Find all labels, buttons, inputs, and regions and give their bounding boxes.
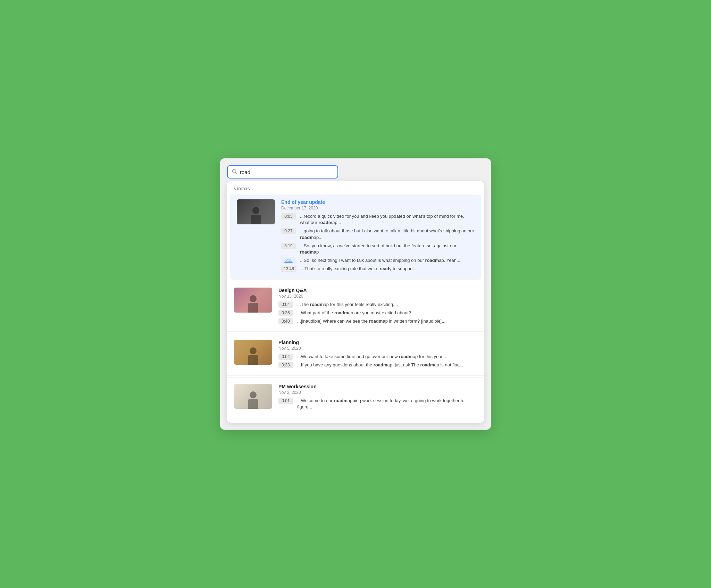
transcript-row[interactable]: 0:01 ...Welcome to our roadmapping work … xyxy=(278,398,477,410)
transcript-row[interactable]: 13:48 ...That's a really exciting role t… xyxy=(281,266,474,272)
main-window: road VIDEOS End of year update December … xyxy=(220,158,491,430)
video-title[interactable]: Design Q&A xyxy=(278,288,477,293)
video-item[interactable]: PM worksession Nov 2, 2020 0:01 ...Welco… xyxy=(227,379,484,417)
transcript-row[interactable]: 0:27 ...going to talk about those but I … xyxy=(281,228,474,240)
divider xyxy=(227,281,484,281)
transcript-row[interactable]: 0:04 ...The roadmap for this year feels … xyxy=(278,301,477,308)
search-bar: road xyxy=(227,165,338,179)
video-date: Nov 2, 2020 xyxy=(278,390,477,395)
timestamp[interactable]: 0:40 xyxy=(278,318,293,324)
video-item[interactable]: Design Q&A Nov 13, 2020 0:04 ...The road… xyxy=(227,283,484,332)
video-content: PM worksession Nov 2, 2020 0:01 ...Welco… xyxy=(278,384,477,412)
search-icon xyxy=(232,169,237,175)
video-title[interactable]: End of year update xyxy=(281,199,474,205)
divider xyxy=(227,377,484,378)
transcript-text: ...That's a really exciting role that we… xyxy=(301,266,418,272)
section-label: VIDEOS xyxy=(227,187,484,194)
transcript-text: ...record a quick video for you and keep… xyxy=(300,213,474,226)
svg-line-1 xyxy=(236,173,237,174)
video-title[interactable]: PM worksession xyxy=(278,384,477,389)
video-content: Planning Nov 5, 2020 0:04 ...We want to … xyxy=(278,340,477,370)
search-input[interactable]: road xyxy=(240,169,327,175)
transcript-row[interactable]: 0:40 ...[inaudible] Where can we see the… xyxy=(278,318,477,324)
transcript-row[interactable]: 0:35 ...What part of the roadmap are you… xyxy=(278,310,477,316)
timestamp[interactable]: 0:04 xyxy=(278,301,293,308)
transcript-row[interactable]: 0:04 ...We want to take some time and go… xyxy=(278,354,477,360)
video-date: Nov 5, 2020 xyxy=(278,346,477,351)
timestamp[interactable]: 0:01 xyxy=(278,398,293,404)
transcript-row[interactable]: 3:19 ...So, you know, as we've started t… xyxy=(281,243,474,255)
search-bar-container: road xyxy=(227,165,484,179)
video-content: Design Q&A Nov 13, 2020 0:04 ...The road… xyxy=(278,288,477,327)
transcript-text: ...going to talk about those but I also … xyxy=(300,228,474,240)
transcript-text: ...Welcome to our roadmapping work sessi… xyxy=(297,398,477,410)
results-dropdown: VIDEOS End of year update December 17, 2… xyxy=(227,181,484,423)
transcript-text: ...So, so next thing I want to talk abou… xyxy=(300,257,461,264)
video-date: December 17, 2020 xyxy=(281,206,474,210)
video-thumbnail xyxy=(237,199,275,224)
timestamp[interactable]: 0:35 xyxy=(278,310,293,316)
timestamp[interactable]: 0:04 xyxy=(278,354,293,360)
video-item[interactable]: End of year update December 17, 2020 0:0… xyxy=(230,194,481,280)
divider xyxy=(227,333,484,333)
timestamp[interactable]: 0:05 xyxy=(281,213,296,220)
timestamp[interactable]: 0:27 xyxy=(281,228,296,234)
timestamp-link[interactable]: 6:15 xyxy=(281,257,296,264)
transcript-text: ...[inaudible] Where can we see the road… xyxy=(297,318,447,324)
transcript-text: ...What part of the roadmap are you most… xyxy=(297,310,415,316)
video-thumbnail xyxy=(234,288,272,313)
transcript-text: ...The roadmap for this year feels reall… xyxy=(297,301,398,308)
timestamp[interactable]: 3:19 xyxy=(281,243,296,249)
timestamp[interactable]: 13:48 xyxy=(281,266,296,272)
video-thumbnail xyxy=(234,340,272,365)
video-thumbnail xyxy=(234,384,272,409)
video-content: End of year update December 17, 2020 0:0… xyxy=(281,199,474,274)
timestamp[interactable]: 0:33 xyxy=(278,362,293,368)
transcript-row[interactable]: 0:05 ...record a quick video for you and… xyxy=(281,213,474,226)
transcript-text: ...So, you know, as we've started to sor… xyxy=(300,243,474,255)
transcript-row[interactable]: 0:33 ...If you have any questions about … xyxy=(278,362,477,368)
transcript-text: ...We want to take some time and go over… xyxy=(297,354,447,360)
transcript-row[interactable]: 6:15 ...So, so next thing I want to talk… xyxy=(281,257,474,264)
transcript-text: ...If you have any questions about the r… xyxy=(297,362,465,368)
video-title[interactable]: Planning xyxy=(278,340,477,345)
video-date: Nov 13, 2020 xyxy=(278,294,477,299)
video-item[interactable]: Planning Nov 5, 2020 0:04 ...We want to … xyxy=(227,335,484,375)
